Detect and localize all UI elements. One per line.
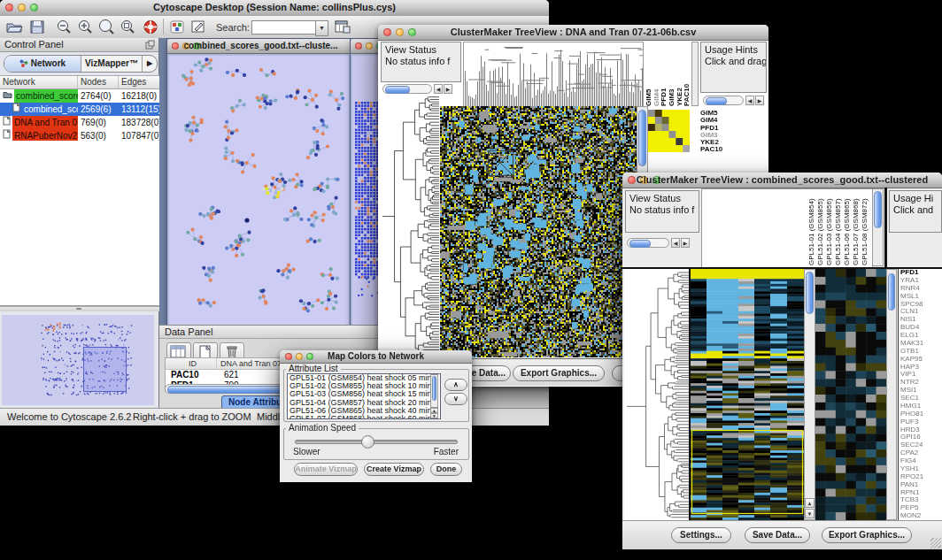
tv2-row-dendrogram[interactable]: [624, 269, 689, 520]
map-colors-dialog: Map Colors to Network Attribute List GPL…: [280, 350, 472, 482]
experiment-column-label[interactable]: GPL51-07 (GSM868): [852, 189, 861, 265]
network-row[interactable]: combined_scores_2764(0)16218(0): [0, 89, 159, 103]
experiment-column-label[interactable]: GPL51-01 (GSM854): [807, 189, 816, 265]
tv1-zoom-heatmap[interactable]: [648, 110, 690, 152]
tv2-button-export-graphics-[interactable]: Export Graphics...: [822, 527, 912, 543]
float-panel-icon[interactable]: [145, 40, 155, 53]
dialog-button-create-vizmap[interactable]: Create Vizmap: [364, 463, 424, 476]
scrollbar-thumb[interactable]: [432, 376, 436, 401]
dialog-button-animate-vizmap[interactable]: Animate Vizmap: [294, 463, 358, 476]
matrix-row-label[interactable]: PAC10: [700, 146, 764, 153]
treeview2-title: ClusterMaker TreeView : combined_scores_…: [622, 174, 942, 185]
control-panel: Control Panel Network VizMapper™ ▶ Netwo…: [0, 38, 159, 409]
attribute-list-vscrollbar[interactable]: [430, 374, 438, 408]
experiment-column-label[interactable]: GPL51-04 (GSM857): [834, 189, 843, 265]
tv1-heatmap[interactable]: [440, 106, 637, 357]
scrollbar-thumb[interactable]: [888, 273, 895, 311]
treeview1-title: ClusterMaker TreeView : DNA and Tran 07-…: [378, 27, 768, 37]
tv1-column-dendrogram[interactable]: [463, 42, 644, 107]
scroll-down-button[interactable]: ▼: [430, 413, 438, 418]
minimize-button[interactable]: [366, 42, 373, 50]
search-dropdown-arrow[interactable]: ▼: [315, 20, 328, 36]
tv1-usage-hscrollbar[interactable]: [703, 96, 744, 105]
tv2-status-hscrollbar[interactable]: [627, 238, 669, 248]
scrollbar-thumb[interactable]: [638, 110, 646, 166]
network-view-window: combined_scores_good.txt--cluste...: [166, 38, 355, 327]
col-edges[interactable]: Edges: [119, 76, 159, 88]
slower-label: Slower: [293, 447, 320, 456]
col-id[interactable]: ID: [166, 358, 217, 369]
open-folder-icon[interactable]: [5, 19, 23, 35]
zoom-out-icon[interactable]: [55, 19, 73, 35]
search-input[interactable]: [251, 20, 320, 35]
main-titlebar[interactable]: Cytoscape Desktop (Session Name: collins…: [0, 0, 549, 17]
tv2-button-save-data-[interactable]: Save Data...: [745, 527, 810, 543]
col-nodes[interactable]: Nodes: [78, 76, 119, 88]
experiment-column-label[interactable]: GPL51-08 (GSM872): [861, 189, 869, 265]
scroll-left-button[interactable]: ◀: [671, 238, 680, 248]
attribute-listbox[interactable]: GPL51-01 (GSM854) heat shock 05 minGPL51…: [287, 373, 441, 419]
tv2-gene-vscrollbar[interactable]: [886, 269, 897, 520]
panel-divider[interactable]: [0, 306, 159, 311]
scroll-left-button[interactable]: ◀: [434, 84, 443, 94]
tab-network[interactable]: Network: [4, 56, 81, 72]
close-button[interactable]: [355, 42, 362, 50]
tab-vizmapper[interactable]: VizMapper™: [81, 56, 143, 72]
tv2-zoom-heatmap[interactable]: [815, 269, 886, 520]
scrollbar-thumb[interactable]: [806, 272, 814, 314]
dialog-titlebar[interactable]: Map Colors to Network: [280, 350, 472, 364]
matrix-column-label[interactable]: GIM3: [668, 42, 676, 106]
tv1-button-export-graphics-[interactable]: Export Graphics...: [513, 365, 605, 381]
scroll-left-button[interactable]: ◀: [745, 96, 754, 105]
speed-slider-track[interactable]: [295, 440, 458, 444]
list-item[interactable]: GPL51-07 (GSM868) heat shock 60 min: [288, 415, 440, 419]
treeview1-titlebar[interactable]: ClusterMaker TreeView : DNA and Tran 07-…: [378, 25, 768, 41]
network-view-titlebar[interactable]: combined_scores_good.txt--cluste...: [167, 39, 354, 54]
matrix-column-label[interactable]: GIM5: [645, 42, 652, 106]
network-tree-filler: [0, 141, 159, 306]
tv1-label-vscrollbar[interactable]: [691, 42, 699, 106]
move-down-button[interactable]: ∨: [444, 393, 467, 405]
matrix-column-label[interactable]: PAC10: [683, 42, 691, 106]
network-nodes-count: 2764(0): [78, 89, 119, 103]
scroll-right-button[interactable]: ▶: [444, 84, 452, 94]
gene-label[interactable]: MON2: [900, 512, 942, 520]
tv2-heatmap[interactable]: [691, 269, 804, 520]
zoom-fit-icon[interactable]: [97, 19, 115, 35]
experiment-column-label[interactable]: GPL51-03 (GSM856): [825, 189, 834, 265]
tv2-heatmap-vscrollbar[interactable]: ▲ ▼: [804, 269, 815, 520]
save-icon[interactable]: [28, 19, 46, 35]
tab-overflow-arrow[interactable]: ▶: [143, 56, 157, 72]
zoom-selected-icon[interactable]: [119, 19, 136, 35]
network-overview-canvas[interactable]: [2, 315, 154, 405]
network-row[interactable]: combined_sco2569(6)13112(15): [0, 103, 159, 116]
scroll-right-button[interactable]: ▶: [681, 238, 690, 248]
scroll-down-button[interactable]: ▼: [805, 509, 815, 518]
dialog-button-done[interactable]: Done: [430, 463, 462, 476]
tv2-column-labels: GPL51-01 (GSM854)GPL51-02 (GSM855)GPL51-…: [807, 189, 871, 265]
scroll-up-button[interactable]: ▲: [805, 498, 815, 508]
col-network[interactable]: Network: [0, 76, 78, 88]
experiment-column-label[interactable]: GPL51-02 (GSM855): [816, 189, 825, 265]
speed-slider-thumb[interactable]: [361, 435, 374, 449]
matrix-column-label[interactable]: PFD1: [660, 42, 668, 106]
table-import-icon[interactable]: [333, 19, 351, 35]
network-canvas[interactable]: [169, 56, 349, 325]
scroll-right-button[interactable]: ▶: [755, 96, 764, 105]
scrollbar-thumb[interactable]: [874, 191, 882, 228]
annotation-icon[interactable]: [189, 19, 207, 35]
network-row[interactable]: DNA and Tran 07769(0)183728(0): [0, 116, 159, 129]
node-add-icon[interactable]: [168, 19, 186, 35]
zoom-in-icon[interactable]: [76, 19, 94, 35]
move-up-button[interactable]: ∧: [444, 379, 467, 391]
treeview2-titlebar[interactable]: ClusterMaker TreeView : combined_scores_…: [622, 173, 942, 188]
tv1-row-dendrogram[interactable]: [381, 94, 439, 357]
tv2-collabel-vscrollbar[interactable]: [872, 188, 884, 266]
tv2-button-settings-[interactable]: Settings...: [671, 527, 731, 543]
experiment-column-label[interactable]: GPL51-06 (GSM865): [843, 189, 852, 265]
desktop: Cytoscape Desktop (Session Name: collins…: [0, 0, 942, 560]
help-ring-icon[interactable]: [142, 19, 159, 35]
tv1-status-hscrollbar[interactable]: [382, 84, 432, 94]
resize-grip[interactable]: [930, 538, 941, 548]
network-edges-count: 13112(15): [119, 103, 159, 116]
